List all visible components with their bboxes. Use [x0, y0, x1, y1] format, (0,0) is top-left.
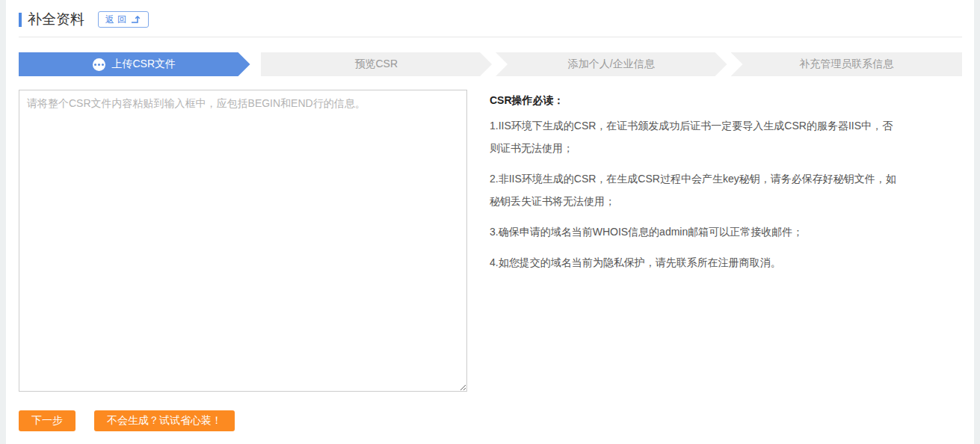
step-label: 添加个人/企业信息	[568, 58, 655, 71]
step-label: 补充管理员联系信息	[799, 58, 893, 71]
back-button[interactable]: 返回	[98, 11, 149, 28]
step-admin-contact[interactable]: 补充管理员联系信息	[731, 52, 963, 76]
page-header: 补全资料 返回	[19, 10, 962, 28]
ellipsis-icon	[93, 58, 105, 71]
csr-input[interactable]	[19, 90, 467, 392]
next-step-button[interactable]: 下一步	[19, 410, 75, 431]
step-label: 预览CSR	[354, 58, 398, 71]
step-add-info[interactable]: 添加个人/企业信息	[496, 52, 727, 76]
wizard-stepper: 上传CSR文件 预览CSR 添加个人/企业信息 补充管理员联系信息	[19, 52, 962, 76]
step-upload-csr[interactable]: 上传CSR文件	[19, 52, 250, 76]
return-arrow-icon	[131, 15, 141, 24]
notice-title: CSR操作必读：	[490, 90, 899, 111]
page-title: 补全资料	[28, 10, 84, 29]
step-preview-csr[interactable]: 预览CSR	[261, 52, 493, 76]
easy-install-button[interactable]: 不会生成？试试省心装！	[94, 410, 235, 431]
content-panel: 补全资料 返回 上传CSR文件 预览CSR 添加个人/企业信息 补充管理员联系信…	[6, 0, 974, 444]
csr-notice-panel: CSR操作必读： 1.IIS环境下生成的CSR，在证书颁发成功后证书一定要导入生…	[490, 90, 899, 392]
notice-item: 3.确保申请的域名当前WHOIS信息的admin邮箱可以正常接收邮件；	[490, 221, 899, 243]
notice-item: 4.如您提交的域名当前为隐私保护，请先联系所在注册商取消。	[490, 251, 899, 274]
back-button-label: 返回	[105, 13, 129, 26]
header-divider	[19, 37, 962, 37]
notice-item: 1.IIS环境下生成的CSR，在证书颁发成功后证书一定要导入生成CSR的服务器I…	[490, 114, 899, 159]
step-label: 上传CSR文件	[111, 58, 176, 71]
notice-item: 2.非IIS环境生成的CSR，在生成CSR过程中会产生key秘钥，请务必保存好秘…	[490, 167, 899, 212]
action-bar: 下一步 不会生成？试试省心装！	[19, 410, 962, 431]
title-accent-bar	[19, 13, 22, 27]
main-content: CSR操作必读： 1.IIS环境下生成的CSR，在证书颁发成功后证书一定要导入生…	[19, 90, 962, 392]
